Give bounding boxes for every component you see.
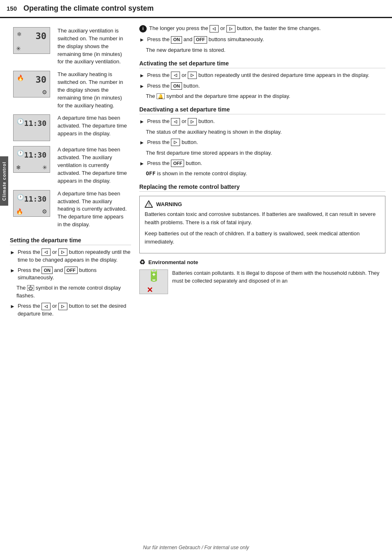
flame-bottom-icon: 🔥 (16, 208, 23, 215)
arrow-icon: ► (139, 36, 145, 44)
display-image-1: ❄ 30 ✳ (13, 27, 50, 54)
btn-right-act[interactable]: ▷ (188, 72, 197, 79)
temp-display: 30 (36, 31, 47, 41)
env-text: Batteries contain pollutants. It is ille… (172, 269, 385, 294)
table-row: 🕐 11:30 A departure time has been activa… (10, 112, 131, 144)
arrow-icon: ► (139, 160, 145, 168)
item-desc-2: The auxiliary heating is switched on. Th… (58, 71, 123, 108)
btn-left-act[interactable]: ◁ (171, 72, 180, 79)
display-items-table: ❄ 30 ✳ The auxiliary ventilation is swit… (10, 25, 131, 231)
display-image-3: 🕐 11:30 (13, 114, 50, 141)
bullet-text: Press the ▷ button. (147, 139, 385, 146)
arrow-icon: ► (139, 72, 145, 80)
display-image-4: 🕐 11:30 ❄ ✳ (13, 146, 50, 173)
setting-departure-heading: Setting the departure time (10, 237, 131, 245)
sub-text: The new departure time is stored. (146, 46, 385, 54)
table-row: 🔥 30 ⚙ The auxiliary heating is switched… (10, 68, 131, 112)
sub-text: The 🔔 symbol and the departure time appe… (146, 93, 385, 100)
sub-text: The first departure time stored appears … (146, 149, 385, 157)
display-image-2: 🔥 30 ⚙ (13, 71, 50, 97)
bullet-item: ► Press the OFF button. (139, 160, 385, 168)
bullet-item: ► Press the ON button. (139, 82, 385, 91)
bullet-text: Press the ◁ or ▷ button repeatedly until… (18, 248, 131, 264)
btn-right-2[interactable]: ▷ (58, 303, 67, 310)
btn-off-store[interactable]: OFF (194, 36, 207, 44)
btn-left-deact[interactable]: ◁ (171, 118, 180, 125)
deactivating-heading: Deactivating a set departure time (139, 106, 385, 114)
warning-label: WARNING (156, 201, 182, 207)
warning-text-2: Keep batteries out of the reach of child… (145, 230, 380, 246)
temp-display: 30 (36, 74, 47, 85)
recycle-icon: ♻ (139, 258, 145, 266)
display-image-cell: 🕐 11:30 🔥 ⚙ (10, 188, 54, 231)
btn-off[interactable]: OFF (65, 267, 78, 274)
item-desc-5: A departure time has been activated. The… (58, 190, 127, 227)
display-image-cell: 🕐 11:30 ❄ ✳ (10, 144, 54, 187)
item-desc-3: A departure time has been activated. The… (58, 115, 127, 137)
bullet-text: Press the ON and OFF buttons simultaneou… (147, 36, 385, 44)
bullet-text: Press the ◁ or ▷ button to set the desir… (18, 302, 131, 318)
main-content: ❄ 30 ✳ The auxiliary ventilation is swit… (0, 18, 392, 327)
btn-right-info[interactable]: ▷ (226, 25, 235, 32)
heat-icon: ⚙ (42, 89, 47, 95)
btn-on-act[interactable]: ON (171, 82, 182, 90)
btn-on[interactable]: ON (42, 267, 53, 274)
footer-text: Nur für internen Gebrauch / For internal… (143, 545, 249, 550)
sub-text: The status of the auxiliary heating is s… (146, 128, 385, 136)
btn-right-deact[interactable]: ▷ (188, 118, 197, 125)
replacing-battery-section: Replacing the remote control battery ! W… (139, 183, 385, 294)
activating-heading: Activating the set departure time (139, 60, 385, 68)
arrow-icon: ► (139, 83, 145, 91)
btn-on-store[interactable]: ON (171, 36, 182, 44)
arrow-icon: ► (10, 249, 15, 257)
env-note: ♻ Environmental note 🔋✕ Batteries contai… (139, 258, 385, 294)
warning-triangle-icon: ! (145, 200, 153, 208)
clock-icon-3: 🕐 (17, 194, 24, 200)
sub-text: The ⏻ symbol in the remote control displ… (16, 284, 131, 300)
item-desc-1: The auxiliary ventilation is switched on… (58, 28, 123, 65)
bullet-item: ► Press the ◁ or ▷ button. (139, 118, 385, 126)
info-icon: i (139, 25, 147, 32)
display-image-cell: ❄ 30 ✳ (10, 25, 54, 68)
activating-section: Activating the set departure time ► Pres… (139, 60, 385, 101)
vent-icon: ✳ (16, 45, 21, 52)
off-display-text: OFF (146, 170, 155, 176)
warning-header: ! WARNING (145, 200, 380, 208)
bell-symbol: 🔔 (157, 93, 165, 99)
btn-left-2[interactable]: ◁ (42, 303, 51, 310)
table-row: ❄ 30 ✳ The auxiliary ventilation is swit… (10, 25, 131, 68)
env-label: Environmental note (148, 259, 198, 265)
page-header: 150 Operating the climate control system (0, 0, 392, 18)
sub-text: OFF is shown in the remote control displ… (146, 170, 385, 178)
page-number: 150 (7, 5, 17, 12)
env-body: 🔋✕ Batteries contain pollutants. It is i… (139, 269, 385, 294)
page-footer: Nur für internen Gebrauch / For internal… (0, 545, 392, 550)
clock-icon: 🕐 (17, 118, 24, 125)
bullet-item: ► Press the ▷ button. (139, 139, 385, 147)
bullet-item: ► Press the ◁ or ▷ button repeatedly unt… (139, 72, 385, 80)
time-display-3: 11:30 (24, 195, 46, 203)
info-text: The longer you press the ◁ or ▷ button, … (149, 25, 321, 32)
bullet-text: Press the ON button. (147, 82, 385, 90)
store-bullet: ► Press the ON and OFF buttons simultane… (139, 36, 385, 44)
btn-left[interactable]: ◁ (42, 248, 51, 256)
remote-symbol: ⏻ (27, 285, 34, 291)
arrow-icon: ► (10, 267, 15, 275)
svg-text:!: ! (148, 202, 150, 207)
setting-departure-section: Setting the departure time ► Press the ◁… (10, 237, 131, 318)
display-image-cell: 🕐 11:30 (10, 112, 54, 144)
left-column: ❄ 30 ✳ The auxiliary ventilation is swit… (10, 25, 131, 320)
display-image-5: 🕐 11:30 🔥 ⚙ (13, 190, 50, 217)
btn-right[interactable]: ▷ (58, 248, 67, 256)
btn-off-deact[interactable]: OFF (171, 160, 184, 167)
vent-bottom-icon: ✳ (42, 164, 47, 171)
clock-icon-2: 🕐 (17, 150, 24, 156)
btn-right-deact2[interactable]: ▷ (171, 139, 180, 146)
bullet-text: Press the ◁ or ▷ button. (147, 118, 385, 125)
btn-left-info[interactable]: ◁ (210, 25, 219, 32)
bullet-text: Press the OFF button. (147, 160, 385, 167)
env-header: ♻ Environmental note (139, 258, 385, 266)
info-note: i The longer you press the ◁ or ▷ button… (139, 25, 385, 32)
side-tab: Climate control (0, 156, 8, 206)
warning-box: ! WARNING Batteries contain toxic and co… (139, 196, 385, 253)
